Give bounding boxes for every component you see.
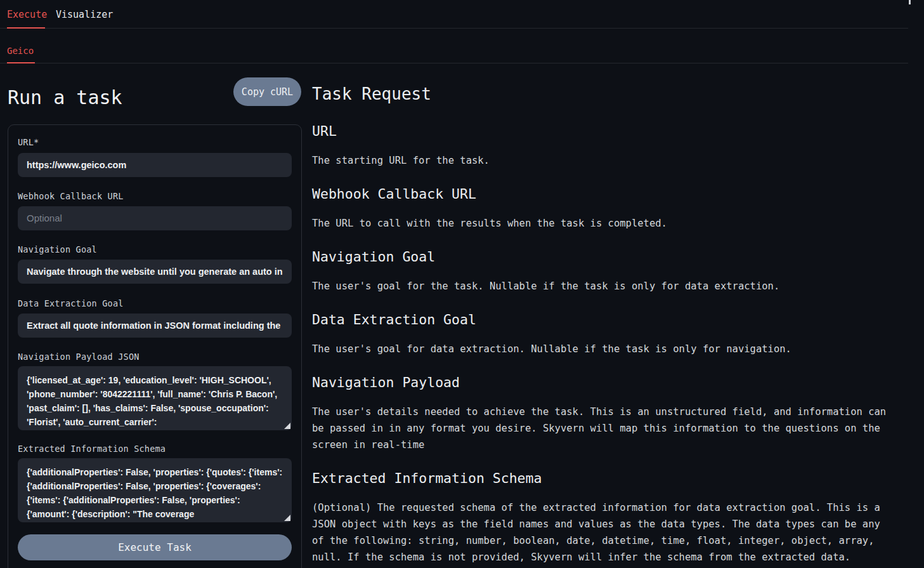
docs-heading-navigation-payload: Navigation Payload (312, 374, 894, 392)
data-extraction-goal-input[interactable] (18, 314, 292, 338)
navigation-payload-json-textarea[interactable]: {'licensed_at_age': 19, 'education_level… (18, 366, 292, 430)
docs-heading-navigation-goal: Navigation Goal (312, 248, 894, 266)
scrollbar-nub[interactable] (909, 0, 911, 4)
copy-curl-button[interactable]: Copy cURL (233, 77, 301, 106)
url-field-label: URL* (18, 137, 39, 147)
docs-heading-data-extraction-goal: Data Extraction Goal (312, 311, 894, 329)
docs-body-url: The starting URL for the task. (312, 152, 894, 169)
app-window: Execute Visualizer Geico Run a task Copy… (0, 0, 924, 568)
task-request-docs: Task Request URL The starting URL for th… (312, 83, 894, 568)
docs-body-data-extraction-goal: The user's goal for data extraction. Nul… (312, 341, 894, 357)
docs-body-webhook-callback-url: The URL to call with the results when th… (312, 215, 894, 232)
subtab-geico-active-underline (7, 62, 35, 63)
navigation-payload-json-label: Navigation Payload JSON (18, 352, 140, 362)
navigation-goal-input[interactable] (18, 260, 292, 284)
tab-execute-active-underline (7, 27, 45, 29)
extracted-information-schema-textarea[interactable]: {'additionalProperties': False, 'propert… (18, 458, 292, 522)
subtab-geico[interactable]: Geico (7, 46, 34, 56)
data-extraction-goal-label: Data Extraction Goal (18, 298, 124, 308)
url-input[interactable] (18, 153, 292, 177)
textarea-resize-handle-icon[interactable] (284, 423, 290, 429)
webhook-callback-url-input[interactable] (18, 206, 292, 230)
webhook-callback-url-label: Webhook Callback URL (18, 191, 124, 201)
navigation-goal-label: Navigation Goal (18, 244, 97, 254)
docs-heading-extracted-information-schema: Extracted Information Schema (312, 470, 894, 487)
tab-visualizer[interactable]: Visualizer (56, 8, 113, 22)
execute-task-button[interactable]: Execute Task (18, 534, 292, 560)
tab-execute[interactable]: Execute (7, 8, 47, 22)
page-title: Run a task (8, 86, 122, 109)
textarea-resize-handle-icon[interactable] (284, 515, 290, 521)
docs-heading-webhook-callback-url: Webhook Callback URL (312, 185, 894, 203)
docs-body-navigation-goal: The user's goal for the task. Nullable i… (312, 278, 894, 294)
subtabbar-divider (0, 63, 908, 63)
docs-body-navigation-payload: The user's details needed to achieve the… (312, 404, 894, 453)
top-tabbar-divider (0, 28, 908, 29)
extracted-information-schema-label: Extracted Information Schema (18, 444, 166, 454)
docs-heading-url: URL (312, 122, 894, 140)
docs-title: Task Request (312, 83, 894, 105)
docs-body-extracted-information-schema: (Optional) The requested schema of the e… (312, 499, 894, 565)
